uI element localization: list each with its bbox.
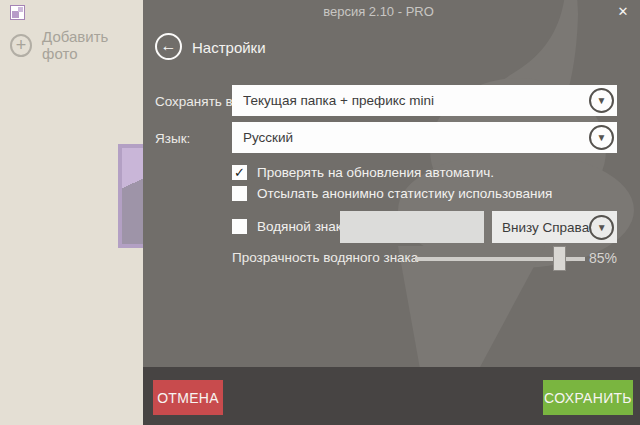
- page-title: Настройки: [192, 39, 266, 56]
- back-button[interactable]: ←: [155, 33, 182, 60]
- checkbox-unchecked[interactable]: [232, 219, 247, 234]
- watermark-checkbox-row[interactable]: Водяной знак: [232, 219, 342, 234]
- auto-update-checkbox-row[interactable]: ✓ Проверять на обновления автоматич.: [232, 165, 494, 180]
- add-photo-button[interactable]: + Добавить фото: [10, 33, 143, 57]
- watermark-label: Водяной знак: [257, 219, 342, 234]
- chevron-down-icon: ▼: [589, 88, 614, 113]
- close-icon[interactable]: ✕: [615, 3, 631, 19]
- opacity-label: Прозрачность водяного знака: [232, 250, 418, 265]
- watermark-position-dropdown[interactable]: Внизу Справа ▼: [492, 211, 617, 243]
- save-to-label: Сохранять в:: [155, 94, 237, 109]
- anon-stats-label: Отсылать анонимно статистику использован…: [257, 186, 552, 201]
- version-title: версия 2.10 - PRO: [143, 4, 640, 19]
- anon-stats-checkbox-row[interactable]: Отсылать анонимно статистику использован…: [232, 186, 552, 201]
- language-value: Русский: [243, 130, 589, 145]
- chevron-down-icon: ▼: [589, 125, 614, 150]
- app-logo-icon: [10, 5, 25, 20]
- app-window: + Добавить фото версия 2.10 - PRO ✕ ← На…: [0, 0, 640, 425]
- plus-icon: +: [10, 34, 32, 57]
- save-button[interactable]: СОХРАНИТЬ: [543, 380, 633, 415]
- save-to-value: Текущая папка + префикс mini: [243, 93, 589, 108]
- checkbox-unchecked[interactable]: [232, 186, 247, 201]
- cancel-button[interactable]: ОТМЕНА: [153, 380, 223, 415]
- chevron-down-icon: ▼: [589, 215, 614, 240]
- watermark-text-input[interactable]: [340, 211, 484, 243]
- footer-bar: ОТМЕНА СОХРАНИТЬ: [143, 367, 640, 425]
- add-photo-label: Добавить фото: [42, 28, 143, 62]
- auto-update-label: Проверять на обновления автоматич.: [257, 165, 494, 180]
- opacity-slider-handle[interactable]: [553, 246, 566, 271]
- photo-list-sidebar: + Добавить фото: [0, 0, 143, 425]
- watermark-position-value: Внизу Справа: [502, 220, 589, 235]
- language-label: Язык:: [155, 131, 190, 146]
- checkbox-checked[interactable]: ✓: [232, 165, 247, 180]
- settings-panel: версия 2.10 - PRO ✕ ← Настройки Сохранят…: [143, 0, 640, 425]
- back-arrow-icon: ←: [161, 38, 177, 54]
- language-dropdown[interactable]: Русский ▼: [232, 122, 617, 153]
- opacity-value: 85%: [577, 250, 617, 266]
- save-to-dropdown[interactable]: Текущая папка + префикс mini ▼: [232, 85, 617, 116]
